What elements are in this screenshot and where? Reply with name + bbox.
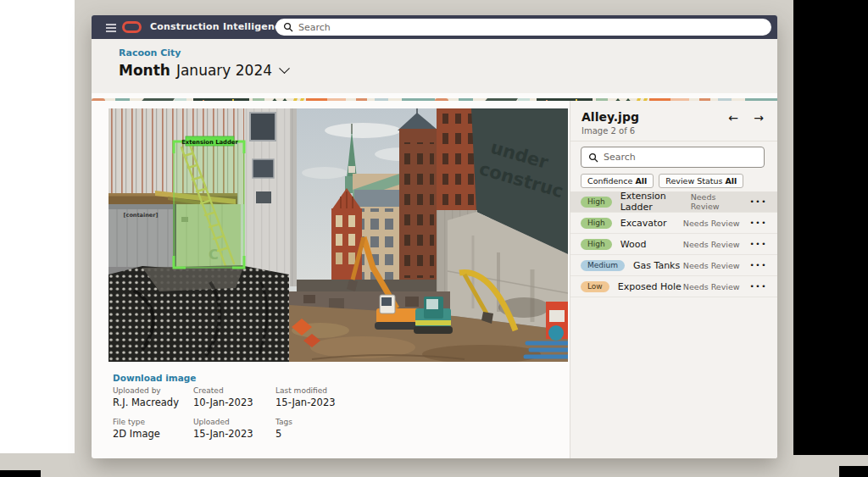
- review-status: Needs Review: [683, 219, 740, 228]
- detection-row[interactable]: LowExposed HoleNeeds Review•••: [570, 276, 777, 297]
- panel-search[interactable]: [581, 147, 765, 168]
- detection-label: Excavator: [620, 218, 667, 229]
- search-icon: [588, 153, 598, 163]
- annotation-label: Extension Ladder: [181, 139, 238, 146]
- confidence-pill: Medium: [581, 260, 625, 271]
- detection-label: Extension Ladder: [620, 191, 691, 213]
- detection-label: Gas Tanks: [633, 260, 680, 271]
- app-window: Construction Intelligence Cloud Racoon C…: [92, 15, 777, 458]
- breadcrumb-link[interactable]: Racoon City: [119, 47, 181, 58]
- download-image-link[interactable]: Download image: [113, 373, 196, 383]
- metadata-field: Uploaded 15-Jan-2023: [193, 418, 275, 440]
- app-header: Construction Intelligence Cloud: [92, 15, 777, 39]
- review-status: Needs Review: [683, 261, 740, 270]
- overflow-menu-icon[interactable]: •••: [750, 197, 767, 206]
- global-search-input[interactable]: [298, 22, 737, 33]
- metadata-field: Last modified 15-Jan-2023: [275, 386, 386, 408]
- confidence-pill: High: [581, 218, 612, 229]
- oracle-logo-icon: [122, 21, 142, 33]
- detection-row[interactable]: MediumGas TanksNeeds Review•••: [570, 255, 777, 276]
- confidence-pill: High: [581, 239, 612, 250]
- filter-chips: Confidence All Review Status All: [581, 174, 743, 188]
- backdrop-right-black: [793, 0, 868, 455]
- overflow-menu-icon[interactable]: •••: [750, 219, 767, 227]
- image-filename: Alley.jpg: [581, 110, 639, 124]
- filter-review-status-chip[interactable]: Review Status All: [659, 174, 743, 188]
- review-status: Needs Review: [683, 240, 740, 249]
- search-icon: [283, 22, 293, 32]
- page-title-value: January 2024: [176, 62, 272, 79]
- backdrop-bottom-right-black: [839, 466, 868, 477]
- detections-list: HighExtension LadderNeeds Review•••HighE…: [570, 191, 777, 297]
- global-search[interactable]: [275, 19, 771, 36]
- decorative-strip: [92, 93, 777, 101]
- overflow-menu-icon[interactable]: •••: [750, 261, 767, 269]
- metadata-field: Created 10-Jan-2023: [193, 386, 275, 408]
- construction-photo: under construc: [108, 108, 568, 362]
- canvas: { "header": { "app_title": "Construction…: [0, 0, 868, 477]
- metadata-field: Uploaded by R.J. Macready: [113, 386, 193, 408]
- annotation-bbox[interactable]: Extension Ladder: [174, 136, 244, 268]
- detection-row[interactable]: HighWoodNeeds Review•••: [570, 234, 777, 255]
- image-counter: Image 2 of 6: [581, 126, 635, 136]
- backdrop-bottom-left-black: [0, 470, 41, 477]
- metadata-field: File type 2D Image: [113, 418, 193, 440]
- overflow-menu-icon[interactable]: •••: [750, 282, 767, 291]
- subheader: Racoon City Month January 2024: [92, 39, 777, 93]
- previous-image-button[interactable]: ←: [728, 111, 738, 125]
- review-status: Needs Review: [683, 282, 740, 291]
- chevron-down-icon[interactable]: [279, 63, 290, 74]
- backdrop-left-white: [0, 0, 75, 453]
- detail-panel: Alley.jpg Image 2 of 6 ← → Confidence Al…: [570, 101, 777, 458]
- container-label-text: [container]: [124, 212, 159, 219]
- review-status: Needs Review: [691, 192, 740, 211]
- page-title-bold: Month: [119, 62, 170, 79]
- detection-label: Exposed Hole: [618, 281, 682, 292]
- next-image-button[interactable]: →: [754, 111, 764, 125]
- menu-icon[interactable]: [106, 24, 116, 35]
- confidence-pill: High: [581, 197, 612, 208]
- page-title: Month January 2024: [119, 62, 288, 79]
- detection-row[interactable]: HighExtension LadderNeeds Review•••: [570, 191, 777, 213]
- overflow-menu-icon[interactable]: •••: [750, 240, 767, 248]
- image-metadata: Uploaded by R.J. Macready Created 10-Jan…: [113, 386, 386, 440]
- filter-confidence-chip[interactable]: Confidence All: [581, 174, 654, 188]
- divider: [570, 141, 777, 141]
- panel-search-input[interactable]: [604, 152, 744, 163]
- metadata-field: Tags 5: [275, 418, 386, 440]
- detection-row[interactable]: HighExcavatorNeeds Review•••: [570, 213, 777, 234]
- confidence-pill: Low: [581, 281, 609, 292]
- detection-label: Wood: [620, 239, 647, 250]
